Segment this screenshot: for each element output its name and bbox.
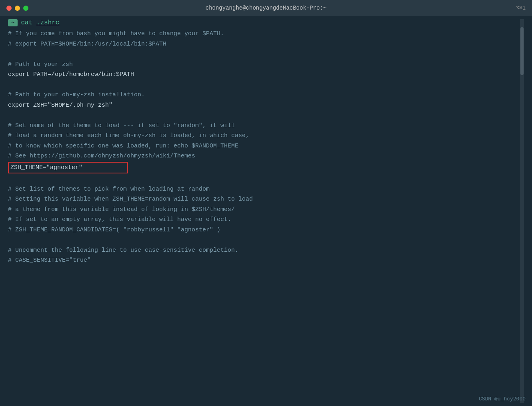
title-bar: chongyanghe@chongyangdeMacBook-Pro:~ ⌥⌘1 (0, 0, 532, 16)
prompt-tilde: ~ (8, 19, 18, 26)
code-line: # If you come from bash you might have t… (8, 29, 518, 39)
code-text: # to know which specific one was loaded,… (8, 141, 518, 151)
code-text: # If you come from bash you might have t… (8, 29, 518, 39)
code-text: # Uncomment the following line to use ca… (8, 245, 518, 256)
footer-attribution: CSDN @u_hcy2000 (479, 396, 526, 402)
code-text: # CASE_SENSITIVE="true" (8, 255, 518, 266)
code-line: # Set name of the theme to load --- if s… (8, 121, 518, 131)
code-line: export PATH=/opt/homebrew/bin:$PATH (8, 70, 518, 80)
command-file: .zshrc (36, 19, 60, 26)
code-line: # Path to your zsh (8, 60, 518, 70)
keyboard-shortcut: ⌥⌘1 (516, 5, 526, 11)
maximize-button[interactable] (23, 6, 28, 11)
code-text: # Set list of themes to pick from when l… (8, 184, 518, 195)
empty-line (8, 80, 518, 90)
minimize-button[interactable] (15, 6, 20, 11)
code-text: # a theme from this variable instead of … (8, 205, 518, 215)
code-line: # a theme from this variable instead of … (8, 205, 518, 215)
traffic-lights (6, 6, 28, 11)
code-text: export ZSH="$HOME/.oh-my-zsh" (8, 100, 518, 111)
code-line: # load a random theme each time oh-my-zs… (8, 131, 518, 141)
code-text: # export PATH=$HOME/bin:/usr/local/bin:$… (8, 39, 518, 50)
code-text: # Setting this variable when ZSH_THEME=r… (8, 194, 518, 205)
code-text: # Path to your zsh (8, 60, 518, 70)
empty-line (8, 174, 518, 184)
empty-line (8, 49, 518, 60)
code-line: # CASE_SENSITIVE="true" (8, 255, 518, 266)
empty-line (8, 110, 518, 121)
code-line: # Uncomment the following line to use ca… (8, 245, 518, 256)
code-line: # Set list of themes to pick from when l… (8, 184, 518, 195)
code-line: # Setting this variable when ZSH_THEME=r… (8, 194, 518, 205)
code-text: export PATH=/opt/homebrew/bin:$PATH (8, 70, 518, 80)
prompt-line: ~ cat .zshrc (8, 19, 518, 26)
command-cat: cat (21, 19, 32, 26)
code-text: # Set name of the theme to load --- if s… (8, 121, 518, 131)
code-text: # Path to your oh-my-zsh installation. (8, 90, 518, 100)
code-text: # ZSH_THEME_RANDOM_CANDIDATES=( "robbyru… (8, 225, 518, 235)
main-content: ~ cat .zshrc # If you come from bash you… (8, 19, 518, 403)
prompt-command: cat .zshrc (21, 19, 59, 26)
terminal-content: ~ cat .zshrc # If you come from bash you… (0, 16, 532, 406)
code-block: # If you come from bash you might have t… (8, 29, 518, 266)
terminal-window: chongyanghe@chongyangdeMacBook-Pro:~ ⌥⌘1… (0, 0, 532, 406)
code-text: # load a random theme each time oh-my-zs… (8, 131, 518, 141)
code-line: # See https://github.com/ohmyzsh/ohmyzsh… (8, 151, 518, 161)
code-text: # See https://github.com/ohmyzsh/ohmyzsh… (8, 151, 518, 161)
code-text: # If set to an empty array, this variabl… (8, 215, 518, 225)
window-title: chongyanghe@chongyangdeMacBook-Pro:~ (206, 5, 326, 11)
code-line: # If set to an empty array, this variabl… (8, 215, 518, 225)
code-line: export ZSH="$HOME/.oh-my-zsh" (8, 100, 518, 111)
code-line: # to know which specific one was loaded,… (8, 141, 518, 151)
code-line: # Path to your oh-my-zsh installation. (8, 90, 518, 100)
empty-line (8, 235, 518, 245)
code-line: # export PATH=$HOME/bin:/usr/local/bin:$… (8, 39, 518, 50)
highlighted-text: ZSH_THEME="agnoster" (8, 162, 128, 174)
scrollbar-thumb[interactable] (520, 27, 524, 75)
scrollbar[interactable] (520, 19, 524, 403)
code-line: # ZSH_THEME_RANDOM_CANDIDATES=( "robbyru… (8, 225, 518, 235)
close-button[interactable] (6, 6, 12, 11)
highlighted-line: ZSH_THEME="agnoster" (8, 161, 518, 174)
